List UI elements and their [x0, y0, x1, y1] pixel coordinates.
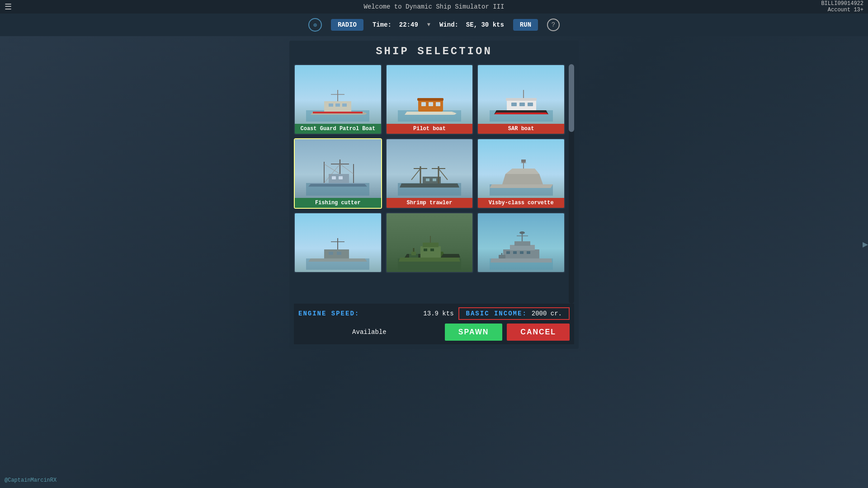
frigate-svg — [490, 229, 553, 270]
svg-marker-79 — [491, 258, 552, 263]
svg-rect-24 — [528, 103, 533, 106]
svg-rect-22 — [511, 103, 517, 106]
spawn-button[interactable]: SPAWN — [445, 324, 502, 341]
svg-rect-86 — [499, 255, 505, 258]
ship-grid-container: Coast Guard Patrol Boat — [294, 64, 574, 304]
svg-marker-29 — [308, 184, 367, 187]
ship-card-coast-guard[interactable]: Coast Guard Patrol Boat — [294, 64, 382, 135]
engine-speed-label: ENGINE SPEED: — [298, 310, 419, 317]
ship-image-row3-2 — [387, 213, 473, 272]
ship-image-fishing-cutter — [295, 139, 381, 198]
svg-marker-41 — [400, 183, 459, 188]
ship-image-sar-boat — [478, 65, 564, 124]
ship-card-visby-corvette[interactable]: Visby-class corvette — [477, 138, 565, 209]
wind-arrow-icon: ▼ — [427, 22, 430, 28]
ship-card-sar-boat[interactable]: SAR boat — [477, 64, 565, 135]
svg-rect-32 — [339, 176, 343, 179]
ship-card-row3-2[interactable] — [386, 212, 474, 273]
svg-marker-59 — [308, 258, 367, 262]
svg-marker-54 — [505, 169, 539, 174]
basic-income-value: 2000 cr. — [532, 310, 562, 317]
radio-button[interactable]: RADIO — [331, 19, 363, 31]
svg-line-36 — [324, 164, 340, 174]
basic-income-label: BASIC INCOME: — [466, 310, 527, 317]
compass-icon[interactable]: ⊕ — [308, 18, 322, 32]
wind-value: SE, 30 kts — [466, 21, 504, 28]
svg-rect-89 — [513, 251, 517, 254]
svg-point-85 — [519, 231, 525, 234]
time-display: Time: 22:49 — [373, 21, 418, 28]
ship-label-coast-guard: Coast Guard Patrol Boat — [295, 124, 381, 134]
availability-text: Available — [298, 328, 440, 336]
pilot-boat-svg — [398, 81, 461, 122]
svg-line-49 — [411, 169, 420, 180]
ship-label-fishing-cutter: Fishing cutter — [295, 198, 381, 208]
svg-rect-14 — [429, 102, 433, 106]
time-value: 22:49 — [399, 21, 418, 28]
visby-corvette-svg — [490, 155, 553, 196]
ship-card-pilot-boat[interactable]: Pilot boat — [386, 64, 474, 135]
svg-marker-69 — [441, 254, 460, 258]
run-button[interactable]: RUN — [513, 19, 538, 31]
wind-display: Wind: SE, 30 kts — [439, 21, 504, 28]
cancel-button[interactable]: CANCEL — [507, 324, 570, 341]
ship-card-row3-1[interactable] — [294, 212, 382, 273]
scrollbar-track[interactable] — [569, 64, 574, 304]
stats-row: ENGINE SPEED: 13.9 kts BASIC INCOME: 200… — [298, 307, 570, 320]
ship-card-row3-3[interactable] — [477, 212, 565, 273]
account-info: BILLI09014922 Account 13+ — [821, 0, 863, 13]
ship-image-pilot-boat — [387, 65, 473, 124]
main-content: SHIP SELECTION — [0, 36, 868, 353]
ship-image-row3-1 — [295, 213, 381, 272]
svg-rect-43 — [426, 178, 429, 181]
coast-guard-svg — [306, 81, 369, 122]
svg-rect-16 — [417, 98, 443, 101]
menu-icon[interactable]: ☰ — [5, 2, 12, 12]
svg-rect-73 — [430, 249, 434, 251]
bottom-info-bar: ENGINE SPEED: 13.9 kts BASIC INCOME: 200… — [294, 304, 574, 344]
svg-marker-20 — [494, 113, 548, 114]
svg-rect-13 — [421, 102, 426, 106]
svg-marker-52 — [490, 184, 553, 188]
selection-panel: SHIP SELECTION — [289, 41, 579, 349]
ship-image-coast-guard — [295, 65, 381, 124]
ship-card-fishing-cutter[interactable]: Fishing cutter — [294, 138, 382, 209]
svg-marker-66 — [399, 258, 460, 262]
svg-rect-61 — [329, 252, 333, 255]
ship-label-shrimp-trawler: Shrimp trawler — [387, 198, 473, 208]
shrimp-trawler-svg — [398, 155, 461, 196]
svg-rect-62 — [337, 252, 341, 255]
svg-rect-25 — [506, 98, 537, 101]
action-row: Available SPAWN CANCEL — [298, 324, 570, 341]
app-title: Welcome to Dynamic Ship Simulator III — [364, 3, 505, 10]
ship-card-shrimp-trawler[interactable]: Shrimp trawler — [386, 138, 474, 209]
svg-rect-15 — [436, 102, 440, 106]
income-box: BASIC INCOME: 2000 cr. — [458, 307, 570, 320]
svg-rect-60 — [324, 249, 349, 258]
svg-rect-72 — [424, 249, 427, 251]
ship-image-row3-3 — [478, 213, 564, 272]
ship-label-visby-corvette: Visby-class corvette — [478, 198, 564, 208]
svg-rect-88 — [506, 251, 510, 254]
svg-rect-91 — [527, 251, 530, 254]
ship-image-shrimp-trawler — [387, 139, 473, 198]
svg-marker-11 — [405, 112, 454, 115]
engine-speed-value: 13.9 kts — [423, 310, 453, 317]
sar-boat-svg — [490, 81, 553, 122]
wind-label: Wind: — [439, 21, 458, 28]
top-bar: ☰ Welcome to Dynamic Ship Simulator III … — [0, 0, 868, 14]
help-button[interactable]: ? — [547, 19, 560, 31]
ship-label-sar-boat: SAR boat — [478, 124, 564, 134]
svg-rect-6 — [342, 103, 347, 107]
ship-row3-1-svg — [306, 229, 369, 270]
svg-rect-23 — [519, 103, 525, 106]
svg-rect-57 — [521, 160, 526, 162]
svg-rect-90 — [520, 251, 524, 254]
scrollbar-thumb[interactable] — [569, 64, 574, 132]
svg-rect-76 — [411, 252, 416, 255]
svg-rect-82 — [514, 241, 530, 246]
svg-rect-5 — [335, 103, 340, 107]
ship-label-pilot-boat: Pilot boat — [387, 124, 473, 134]
svg-marker-53 — [502, 174, 543, 184]
ship-image-visby-corvette — [478, 139, 564, 198]
